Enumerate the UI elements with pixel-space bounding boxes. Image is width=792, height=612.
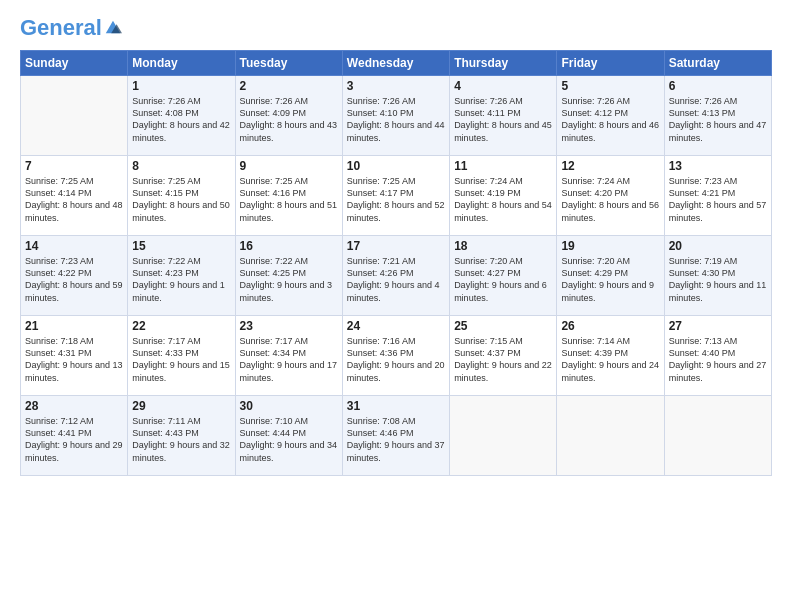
day-info: Sunrise: 7:22 AMSunset: 4:25 PMDaylight:… xyxy=(240,255,338,304)
day-number: 24 xyxy=(347,319,445,333)
day-cell: 27Sunrise: 7:13 AMSunset: 4:40 PMDayligh… xyxy=(664,316,771,396)
day-cell: 18Sunrise: 7:20 AMSunset: 4:27 PMDayligh… xyxy=(450,236,557,316)
day-cell xyxy=(664,396,771,476)
day-info: Sunrise: 7:12 AMSunset: 4:41 PMDaylight:… xyxy=(25,415,123,464)
day-info: Sunrise: 7:25 AMSunset: 4:17 PMDaylight:… xyxy=(347,175,445,224)
day-number: 6 xyxy=(669,79,767,93)
day-info: Sunrise: 7:19 AMSunset: 4:30 PMDaylight:… xyxy=(669,255,767,304)
day-cell: 9Sunrise: 7:25 AMSunset: 4:16 PMDaylight… xyxy=(235,156,342,236)
day-cell: 19Sunrise: 7:20 AMSunset: 4:29 PMDayligh… xyxy=(557,236,664,316)
day-number: 28 xyxy=(25,399,123,413)
weekday-header-friday: Friday xyxy=(557,51,664,76)
day-cell: 29Sunrise: 7:11 AMSunset: 4:43 PMDayligh… xyxy=(128,396,235,476)
day-cell: 8Sunrise: 7:25 AMSunset: 4:15 PMDaylight… xyxy=(128,156,235,236)
day-number: 25 xyxy=(454,319,552,333)
day-info: Sunrise: 7:26 AMSunset: 4:08 PMDaylight:… xyxy=(132,95,230,144)
day-info: Sunrise: 7:10 AMSunset: 4:44 PMDaylight:… xyxy=(240,415,338,464)
day-info: Sunrise: 7:25 AMSunset: 4:15 PMDaylight:… xyxy=(132,175,230,224)
day-cell xyxy=(21,76,128,156)
day-number: 22 xyxy=(132,319,230,333)
day-info: Sunrise: 7:14 AMSunset: 4:39 PMDaylight:… xyxy=(561,335,659,384)
day-number: 8 xyxy=(132,159,230,173)
weekday-header-thursday: Thursday xyxy=(450,51,557,76)
day-info: Sunrise: 7:15 AMSunset: 4:37 PMDaylight:… xyxy=(454,335,552,384)
day-number: 30 xyxy=(240,399,338,413)
day-cell: 14Sunrise: 7:23 AMSunset: 4:22 PMDayligh… xyxy=(21,236,128,316)
day-number: 14 xyxy=(25,239,123,253)
day-cell: 20Sunrise: 7:19 AMSunset: 4:30 PMDayligh… xyxy=(664,236,771,316)
day-number: 9 xyxy=(240,159,338,173)
weekday-header-monday: Monday xyxy=(128,51,235,76)
day-cell: 1Sunrise: 7:26 AMSunset: 4:08 PMDaylight… xyxy=(128,76,235,156)
calendar-table: SundayMondayTuesdayWednesdayThursdayFrid… xyxy=(20,50,772,476)
header: General xyxy=(20,16,772,40)
weekday-header-row: SundayMondayTuesdayWednesdayThursdayFrid… xyxy=(21,51,772,76)
weekday-header-wednesday: Wednesday xyxy=(342,51,449,76)
day-cell: 5Sunrise: 7:26 AMSunset: 4:12 PMDaylight… xyxy=(557,76,664,156)
day-cell: 15Sunrise: 7:22 AMSunset: 4:23 PMDayligh… xyxy=(128,236,235,316)
day-info: Sunrise: 7:26 AMSunset: 4:10 PMDaylight:… xyxy=(347,95,445,144)
day-number: 13 xyxy=(669,159,767,173)
day-cell: 13Sunrise: 7:23 AMSunset: 4:21 PMDayligh… xyxy=(664,156,771,236)
day-cell: 10Sunrise: 7:25 AMSunset: 4:17 PMDayligh… xyxy=(342,156,449,236)
day-cell: 7Sunrise: 7:25 AMSunset: 4:14 PMDaylight… xyxy=(21,156,128,236)
day-info: Sunrise: 7:13 AMSunset: 4:40 PMDaylight:… xyxy=(669,335,767,384)
day-info: Sunrise: 7:20 AMSunset: 4:29 PMDaylight:… xyxy=(561,255,659,304)
day-number: 11 xyxy=(454,159,552,173)
day-info: Sunrise: 7:20 AMSunset: 4:27 PMDaylight:… xyxy=(454,255,552,304)
day-info: Sunrise: 7:24 AMSunset: 4:20 PMDaylight:… xyxy=(561,175,659,224)
day-number: 29 xyxy=(132,399,230,413)
day-cell: 12Sunrise: 7:24 AMSunset: 4:20 PMDayligh… xyxy=(557,156,664,236)
day-number: 18 xyxy=(454,239,552,253)
day-cell: 28Sunrise: 7:12 AMSunset: 4:41 PMDayligh… xyxy=(21,396,128,476)
day-info: Sunrise: 7:17 AMSunset: 4:33 PMDaylight:… xyxy=(132,335,230,384)
day-cell: 6Sunrise: 7:26 AMSunset: 4:13 PMDaylight… xyxy=(664,76,771,156)
week-row-3: 14Sunrise: 7:23 AMSunset: 4:22 PMDayligh… xyxy=(21,236,772,316)
week-row-2: 7Sunrise: 7:25 AMSunset: 4:14 PMDaylight… xyxy=(21,156,772,236)
day-number: 31 xyxy=(347,399,445,413)
week-row-5: 28Sunrise: 7:12 AMSunset: 4:41 PMDayligh… xyxy=(21,396,772,476)
day-info: Sunrise: 7:11 AMSunset: 4:43 PMDaylight:… xyxy=(132,415,230,464)
day-cell: 24Sunrise: 7:16 AMSunset: 4:36 PMDayligh… xyxy=(342,316,449,396)
day-cell: 21Sunrise: 7:18 AMSunset: 4:31 PMDayligh… xyxy=(21,316,128,396)
day-info: Sunrise: 7:16 AMSunset: 4:36 PMDaylight:… xyxy=(347,335,445,384)
day-info: Sunrise: 7:25 AMSunset: 4:16 PMDaylight:… xyxy=(240,175,338,224)
day-cell: 17Sunrise: 7:21 AMSunset: 4:26 PMDayligh… xyxy=(342,236,449,316)
day-info: Sunrise: 7:26 AMSunset: 4:09 PMDaylight:… xyxy=(240,95,338,144)
day-number: 12 xyxy=(561,159,659,173)
day-cell: 30Sunrise: 7:10 AMSunset: 4:44 PMDayligh… xyxy=(235,396,342,476)
day-number: 26 xyxy=(561,319,659,333)
day-number: 1 xyxy=(132,79,230,93)
day-info: Sunrise: 7:17 AMSunset: 4:34 PMDaylight:… xyxy=(240,335,338,384)
day-number: 23 xyxy=(240,319,338,333)
day-info: Sunrise: 7:18 AMSunset: 4:31 PMDaylight:… xyxy=(25,335,123,384)
week-row-4: 21Sunrise: 7:18 AMSunset: 4:31 PMDayligh… xyxy=(21,316,772,396)
day-number: 5 xyxy=(561,79,659,93)
day-number: 2 xyxy=(240,79,338,93)
weekday-header-saturday: Saturday xyxy=(664,51,771,76)
day-info: Sunrise: 7:22 AMSunset: 4:23 PMDaylight:… xyxy=(132,255,230,304)
week-row-1: 1Sunrise: 7:26 AMSunset: 4:08 PMDaylight… xyxy=(21,76,772,156)
day-info: Sunrise: 7:08 AMSunset: 4:46 PMDaylight:… xyxy=(347,415,445,464)
day-number: 27 xyxy=(669,319,767,333)
day-cell xyxy=(557,396,664,476)
day-info: Sunrise: 7:25 AMSunset: 4:14 PMDaylight:… xyxy=(25,175,123,224)
day-number: 4 xyxy=(454,79,552,93)
day-cell: 3Sunrise: 7:26 AMSunset: 4:10 PMDaylight… xyxy=(342,76,449,156)
day-info: Sunrise: 7:23 AMSunset: 4:21 PMDaylight:… xyxy=(669,175,767,224)
day-info: Sunrise: 7:24 AMSunset: 4:19 PMDaylight:… xyxy=(454,175,552,224)
weekday-header-sunday: Sunday xyxy=(21,51,128,76)
day-cell xyxy=(450,396,557,476)
day-cell: 25Sunrise: 7:15 AMSunset: 4:37 PMDayligh… xyxy=(450,316,557,396)
day-cell: 11Sunrise: 7:24 AMSunset: 4:19 PMDayligh… xyxy=(450,156,557,236)
day-number: 10 xyxy=(347,159,445,173)
day-number: 17 xyxy=(347,239,445,253)
day-number: 3 xyxy=(347,79,445,93)
day-info: Sunrise: 7:26 AMSunset: 4:13 PMDaylight:… xyxy=(669,95,767,144)
day-info: Sunrise: 7:26 AMSunset: 4:12 PMDaylight:… xyxy=(561,95,659,144)
calendar-page: General SundayMondayTuesdayWednesdayThur… xyxy=(0,0,792,486)
day-number: 21 xyxy=(25,319,123,333)
day-cell: 22Sunrise: 7:17 AMSunset: 4:33 PMDayligh… xyxy=(128,316,235,396)
weekday-header-tuesday: Tuesday xyxy=(235,51,342,76)
logo: General xyxy=(20,16,122,40)
